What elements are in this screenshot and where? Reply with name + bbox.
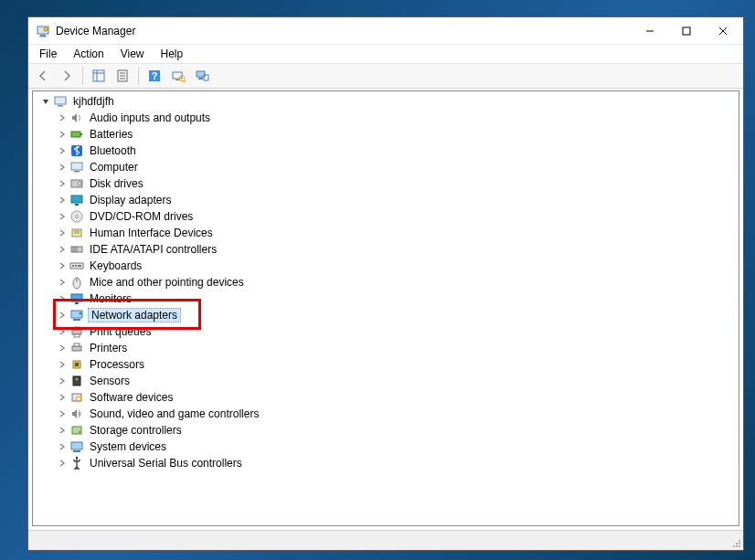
tree-item[interactable]: Processors (37, 356, 739, 373)
chevron-right-icon[interactable] (57, 343, 68, 354)
tree-item[interactable]: Human Interface Devices (37, 225, 739, 241)
show-hide-tree-button[interactable] (88, 66, 110, 86)
svg-rect-61 (75, 363, 79, 366)
svg-text:?: ? (152, 70, 158, 81)
chevron-right-icon[interactable] (57, 129, 68, 140)
back-button[interactable] (32, 66, 54, 86)
scan-hardware-button[interactable] (167, 66, 189, 86)
tree-item[interactable]: IDE ATA/ATAPI controllers (37, 241, 739, 258)
sensor-icon (69, 374, 84, 388)
devices-printers-button[interactable] (191, 66, 213, 86)
svg-point-70 (76, 457, 79, 460)
tree-item[interactable]: Bluetooth (37, 143, 739, 159)
tree-item[interactable]: Batteries (37, 126, 739, 143)
chevron-right-icon[interactable] (57, 425, 68, 436)
menu-view[interactable]: View (113, 47, 152, 61)
chevron-right-icon[interactable] (57, 326, 68, 337)
tree-root-node[interactable]: kjhdfdjfh (37, 93, 739, 110)
tree-item[interactable]: Network adapters (37, 307, 739, 323)
tree-item-label: Disk drives (88, 177, 145, 190)
svg-point-76 (739, 540, 740, 542)
svg-rect-50 (71, 294, 82, 301)
help-button[interactable]: ? (144, 66, 165, 86)
svg-point-73 (733, 545, 735, 547)
chevron-down-icon[interactable] (40, 96, 51, 107)
statusbar (28, 530, 743, 550)
chevron-right-icon[interactable] (57, 441, 68, 452)
tree-item[interactable]: Storage controllers (37, 422, 739, 438)
tree-item[interactable]: Disk drives (37, 175, 739, 192)
usb-icon (69, 456, 84, 470)
svg-line-20 (184, 80, 186, 82)
tree-item-label: Computer (88, 161, 140, 174)
tree-item[interactable]: Display adapters (37, 192, 739, 208)
chevron-right-icon[interactable] (57, 260, 68, 271)
chevron-right-icon[interactable] (57, 112, 68, 123)
battery-icon (69, 127, 84, 142)
svg-rect-59 (74, 343, 80, 346)
tree-item[interactable]: System devices (37, 438, 739, 455)
tree-item[interactable]: Keyboards (37, 258, 739, 274)
tree-item-label: Mice and other pointing devices (88, 276, 246, 289)
tree-item[interactable]: Sound, video and game controllers (37, 406, 739, 422)
svg-rect-25 (58, 105, 63, 107)
tree-item[interactable]: Universal Serial Bus controllers (37, 455, 739, 471)
chevron-right-icon[interactable] (57, 310, 68, 321)
menu-action[interactable]: Action (66, 47, 111, 61)
chevron-right-icon[interactable] (57, 178, 68, 189)
svg-rect-30 (74, 171, 80, 173)
printqueue-icon (69, 324, 84, 339)
system-icon (69, 439, 84, 454)
disk-icon (69, 176, 84, 191)
svg-rect-27 (80, 133, 82, 135)
root-label: kjhdfdjfh (71, 95, 116, 108)
tree-item[interactable]: Computer (37, 159, 739, 175)
chevron-right-icon[interactable] (57, 162, 68, 173)
tree-item[interactable]: DVD/CD-ROM drives (37, 208, 739, 225)
svg-rect-34 (75, 204, 79, 206)
chevron-right-icon[interactable] (57, 244, 68, 255)
chevron-right-icon[interactable] (57, 392, 68, 403)
chevron-right-icon[interactable] (57, 375, 68, 386)
menu-file[interactable]: File (32, 47, 64, 61)
svg-rect-22 (198, 78, 203, 79)
svg-rect-47 (78, 265, 81, 267)
tree-item[interactable]: Printers (37, 340, 739, 356)
titlebar[interactable]: Device Manager (28, 17, 743, 45)
svg-rect-29 (71, 163, 82, 170)
tree-item-label: Network adapters (88, 308, 181, 322)
tree-item-label: Batteries (88, 128, 134, 141)
menu-help[interactable]: Help (154, 47, 191, 61)
tree-item[interactable]: Print queues (37, 323, 739, 340)
speaker-icon (69, 111, 84, 125)
tree-item-label: Sensors (88, 375, 132, 387)
tree-item-label: System devices (88, 440, 168, 453)
toolbar: ? (28, 63, 743, 89)
tree-item[interactable]: Sensors (37, 373, 739, 389)
forward-button[interactable] (56, 66, 78, 86)
chevron-right-icon[interactable] (57, 458, 68, 469)
close-button[interactable] (705, 18, 741, 44)
svg-rect-58 (72, 346, 81, 351)
chevron-right-icon[interactable] (57, 227, 68, 238)
properties-button[interactable] (112, 66, 133, 86)
chevron-right-icon[interactable] (57, 145, 68, 156)
tree-view[interactable]: kjhdfdjfh Audio inputs and outputsBatter… (32, 90, 739, 526)
chevron-right-icon[interactable] (57, 293, 68, 304)
resize-grip-icon[interactable] (727, 531, 743, 550)
tree-item[interactable]: Software devices (37, 389, 739, 406)
tree-item[interactable]: Audio inputs and outputs (37, 110, 739, 126)
chevron-right-icon[interactable] (57, 195, 68, 206)
chevron-right-icon[interactable] (57, 211, 68, 222)
svg-rect-33 (71, 195, 82, 203)
maximize-button[interactable] (668, 18, 705, 44)
chevron-right-icon[interactable] (57, 408, 68, 419)
svg-rect-69 (73, 450, 80, 452)
tree-item[interactable]: Monitors (37, 291, 739, 307)
tree-item[interactable]: Mice and other pointing devices (37, 274, 739, 291)
minimize-button[interactable] (632, 18, 668, 44)
bluetooth-icon (69, 143, 84, 158)
chevron-right-icon[interactable] (57, 277, 68, 288)
svg-rect-26 (71, 132, 80, 137)
chevron-right-icon[interactable] (57, 359, 68, 370)
